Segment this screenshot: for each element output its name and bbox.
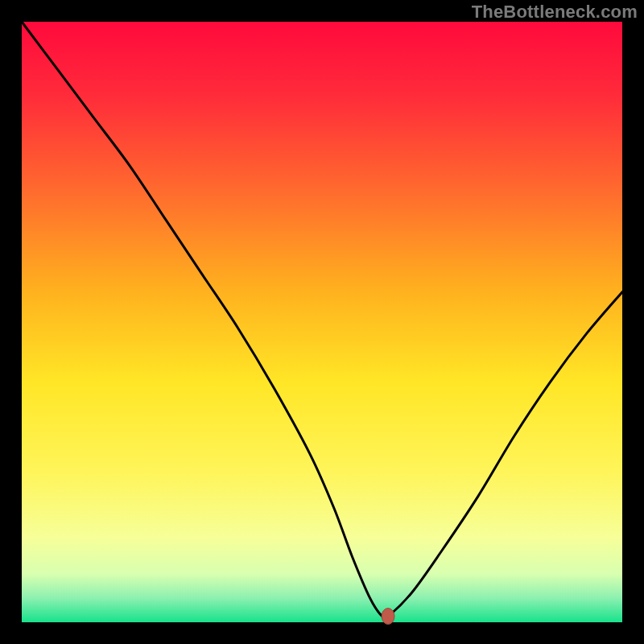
optimum-marker (382, 609, 394, 625)
plot-background (22, 22, 622, 622)
watermark-text: TheBottleneck.com (472, 2, 638, 23)
chart-frame: TheBottleneck.com (0, 0, 644, 644)
bottleneck-chart (0, 0, 644, 644)
